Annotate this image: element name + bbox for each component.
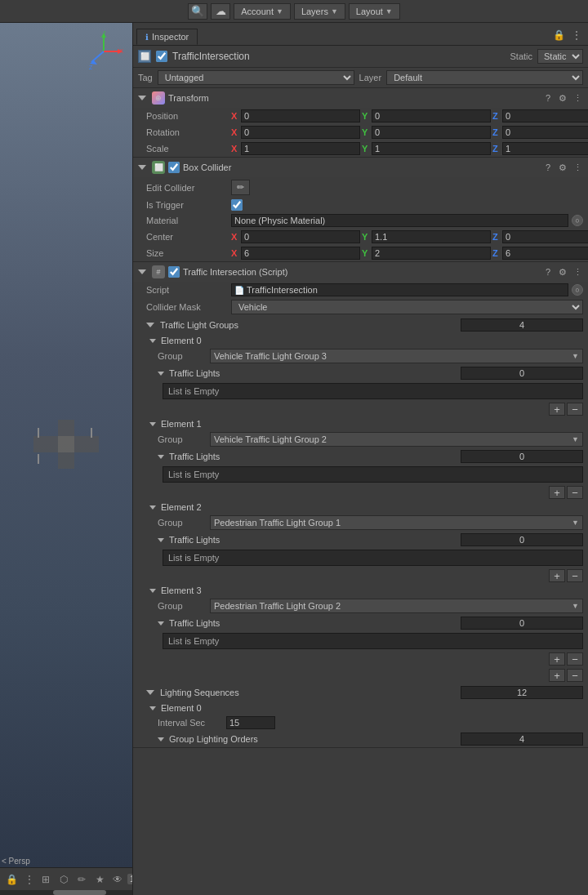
scene-scroll-thumb[interactable] (53, 890, 106, 895)
search-button[interactable]: 🔍 (188, 3, 207, 20)
center-y-input[interactable] (372, 230, 491, 243)
collider-mask-dropdown[interactable]: Vehicle (231, 300, 583, 314)
script-active-checkbox[interactable] (168, 266, 180, 278)
element-0-tl-count[interactable] (461, 367, 583, 380)
element-3-tl-count[interactable] (461, 617, 583, 630)
lock-inspector-icon[interactable]: 🔒 (550, 27, 567, 43)
element-0-tl-collapse-icon (158, 372, 164, 376)
size-y-label: Y (362, 248, 370, 258)
element-1-header[interactable]: Element 1 (133, 417, 588, 430)
gameobject-active-checkbox[interactable] (156, 51, 167, 62)
layer-dropdown[interactable]: Default (386, 70, 583, 85)
element-2-tl-count[interactable] (461, 533, 583, 546)
element-0-remove-button[interactable]: − (567, 403, 583, 416)
size-y-input[interactable] (372, 247, 491, 260)
is-trigger-checkbox[interactable] (231, 199, 243, 211)
lock-icon[interactable]: 🔒 (3, 871, 20, 888)
element-0-header[interactable]: Element 0 (133, 334, 588, 347)
scene-bottom-icons: ⊞ ⬡ ✏ ★ 👁 18 (38, 871, 133, 888)
script-help-icon[interactable]: ? (542, 266, 554, 278)
script-presets-icon[interactable]: ⚙ (557, 266, 568, 278)
position-y-input[interactable] (372, 109, 491, 122)
star-icon[interactable]: ★ (91, 871, 108, 888)
box-collider-menu-icon[interactable]: ⋮ (572, 162, 583, 173)
inspector-options-icon[interactable]: ⋮ (568, 27, 585, 43)
eye-icon[interactable]: 👁 (109, 871, 126, 888)
interval-sec-label: Interval Sec (158, 718, 223, 728)
transform-header[interactable]: ⊕ Transform ? ⚙ ⋮ (133, 88, 588, 108)
tag-dropdown[interactable]: Untagged (158, 70, 354, 85)
group-lighting-orders-count[interactable] (461, 732, 583, 746)
size-z-input[interactable] (502, 247, 588, 260)
layout-button[interactable]: Layout ▼ (349, 3, 400, 20)
size-x-input[interactable] (241, 247, 360, 260)
scale-x-label: X (231, 144, 239, 154)
layers-icon[interactable]: ⊞ (38, 871, 54, 888)
scale-z-input[interactable] (502, 142, 588, 155)
lighting-element-0-container: Element 0 Interval Sec Group Lighting Or… (133, 701, 588, 747)
script-picker-button[interactable]: ○ (572, 284, 583, 296)
box-collider-header[interactable]: ⬜ Box Collider ? ⚙ ⋮ (133, 158, 588, 177)
edit-collider-button[interactable]: ✏ (231, 180, 250, 195)
scene-gizmo: Y X Z (83, 31, 124, 72)
static-label: Static (510, 51, 532, 61)
element-1-add-button[interactable]: + (549, 486, 565, 499)
rotation-z-input[interactable] (502, 126, 588, 139)
groups-global-remove-button[interactable]: − (567, 669, 583, 682)
svg-rect-14 (38, 454, 39, 464)
inspector-tab-bar: ℹ Inspector 🔒 ⋮ (133, 23, 588, 46)
element-1-tl-count[interactable] (461, 450, 583, 463)
paint-icon[interactable]: ✏ (74, 871, 90, 888)
groups-global-add-button[interactable]: + (549, 669, 565, 682)
layers-button[interactable]: Layers ▼ (294, 3, 345, 20)
scale-y-input[interactable] (372, 142, 491, 155)
script-menu-icon[interactable]: ⋮ (572, 266, 583, 278)
scale-x-input[interactable] (241, 142, 360, 155)
rotation-y-input[interactable] (372, 126, 491, 139)
lighting-sequences-count-input[interactable] (461, 686, 583, 699)
rotation-x-input[interactable] (241, 126, 360, 139)
transform-help-icon[interactable]: ? (542, 92, 554, 104)
element-0-add-button[interactable]: + (549, 403, 565, 416)
scale-y-item: Y (362, 142, 491, 155)
box-collider-help-icon[interactable]: ? (542, 162, 554, 173)
interval-sec-input[interactable] (226, 716, 275, 729)
size-z-item: Z (492, 247, 588, 260)
scene-scrollbar[interactable] (0, 890, 132, 895)
element-3-remove-button[interactable]: − (567, 652, 583, 666)
inspector-tab[interactable]: ℹ Inspector (136, 29, 198, 45)
element-3-add-button[interactable]: + (549, 652, 565, 666)
box-collider-presets-icon[interactable]: ⚙ (557, 162, 568, 173)
groups-global-add-remove: + − (133, 667, 588, 683)
scene-view[interactable]: Y X Z < Persp (0, 23, 132, 867)
static-dropdown[interactable]: Static (537, 49, 583, 64)
traffic-light-groups-count-input[interactable] (461, 318, 583, 332)
center-z-input[interactable] (502, 230, 588, 243)
element-0-group-dropdown[interactable]: Vehicle Traffic Light Group 3 ▼ (210, 349, 583, 363)
element-2-remove-button[interactable]: − (567, 569, 583, 582)
element-0-add-remove: + − (133, 401, 588, 417)
rotation-xyz: X Y Z (231, 126, 588, 139)
position-z-input[interactable] (502, 109, 588, 122)
position-x-input[interactable] (241, 109, 360, 122)
material-picker-button[interactable]: ○ (572, 215, 583, 226)
gameobject-header: ⬜ TrafficIntersection Static Static (133, 46, 588, 68)
element-3-header[interactable]: Element 3 (133, 584, 588, 597)
element-2-add-button[interactable]: + (549, 569, 565, 582)
element-3-group-dropdown[interactable]: Pedestrian Traffic Light Group 2 ▼ (210, 599, 583, 613)
element-2-group-dropdown[interactable]: Pedestrian Traffic Light Group 1 ▼ (210, 515, 583, 530)
transform-menu-icon[interactable]: ⋮ (572, 92, 583, 104)
account-button[interactable]: Account ▼ (234, 3, 291, 20)
script-header[interactable]: # Traffic Intersection (Script) ? ⚙ ⋮ (133, 262, 588, 282)
element-1-group-dropdown[interactable]: Vehicle Traffic Light Group 2 ▼ (210, 432, 583, 447)
element-0-tl-label: Traffic Lights (169, 368, 457, 378)
lighting-element-0-header[interactable]: Element 0 (133, 701, 588, 715)
box-collider-active-checkbox[interactable] (168, 162, 180, 173)
center-x-input[interactable] (241, 230, 360, 243)
element-1-remove-button[interactable]: − (567, 486, 583, 499)
scene-options-icon[interactable]: ⋮ (21, 871, 38, 888)
transform-presets-icon[interactable]: ⚙ (557, 92, 568, 104)
cloud-button[interactable]: ☁ (211, 3, 230, 20)
element-2-header[interactable]: Element 2 (133, 501, 588, 514)
models-icon[interactable]: ⬡ (56, 871, 72, 888)
